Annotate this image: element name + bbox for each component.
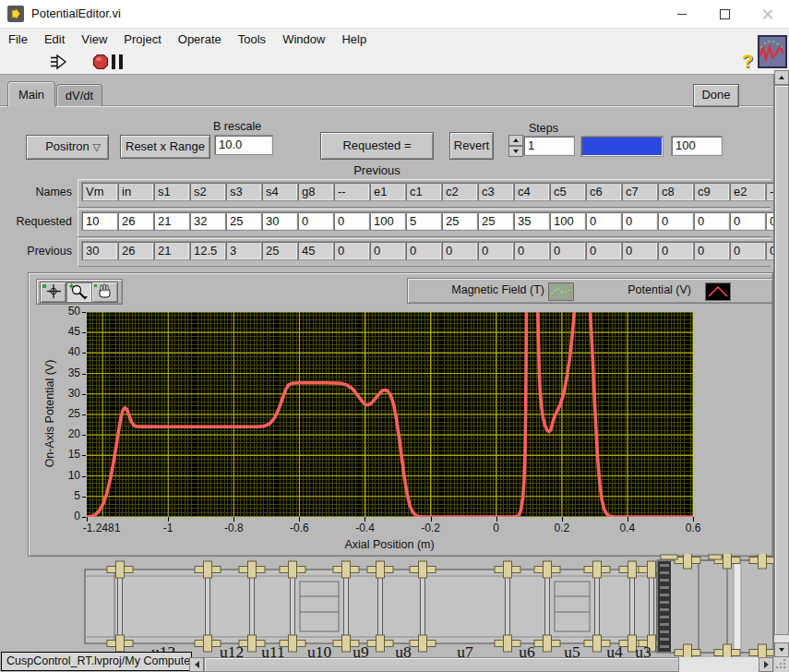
scroll-down-icon[interactable]: [774, 642, 789, 657]
help-button[interactable]: ?: [737, 51, 758, 73]
done-button[interactable]: Done: [693, 84, 739, 107]
names-field-12[interactable]: c4: [513, 182, 550, 201]
names-field-14[interactable]: c6: [585, 182, 622, 201]
steps-field[interactable]: 1: [523, 136, 575, 156]
horizontal-scroll-thumb[interactable]: [204, 657, 679, 672]
resize-grip[interactable]: [774, 657, 789, 672]
menu-item-file[interactable]: File: [0, 32, 36, 46]
max-steps-field[interactable]: 100: [671, 136, 723, 156]
names-field-18[interactable]: e2: [729, 182, 766, 201]
names-field-10[interactable]: c2: [441, 182, 478, 201]
req-field-9[interactable]: 5: [405, 211, 442, 231]
tab-dvdt[interactable]: dV/dt: [56, 84, 102, 106]
spinner-down-icon[interactable]: [508, 146, 523, 157]
names-field-8[interactable]: e1: [369, 182, 406, 201]
legend-sample-potential[interactable]: [705, 282, 731, 301]
vi-panel-icon[interactable]: [758, 35, 787, 68]
names-field-4[interactable]: s3: [225, 182, 262, 201]
electrode-label-u6: u6: [519, 642, 535, 657]
y-tick-40: 40: [53, 345, 80, 358]
app-window: PotentialEditor.vi FileEditViewProjectOp…: [0, 0, 789, 672]
req-field-13[interactable]: 100: [549, 211, 586, 231]
names-field-0[interactable]: Vm: [81, 182, 118, 201]
vertical-scrollbar[interactable]: [774, 70, 789, 657]
names-field-7[interactable]: --: [333, 182, 370, 201]
names-field-16[interactable]: c8: [657, 182, 694, 201]
steps-spinner[interactable]: [508, 135, 523, 157]
menu-item-view[interactable]: View: [73, 32, 115, 46]
req-field-3[interactable]: 32: [189, 211, 226, 231]
y-tick-10: 10: [53, 469, 80, 482]
b-rescale-field[interactable]: 10.0: [214, 135, 273, 155]
spinner-up-icon[interactable]: [508, 135, 523, 146]
pan-tool-button[interactable]: [91, 282, 118, 303]
x-tick-mark: [562, 517, 563, 522]
horizontal-scrollbar[interactable]: [189, 657, 773, 672]
req-field-4[interactable]: 25: [225, 211, 262, 231]
zoom-tool-button[interactable]: [66, 282, 92, 303]
electrode-label-u3: u3: [635, 642, 652, 657]
y-tick-mark: [82, 476, 86, 477]
menu-item-project[interactable]: Project: [115, 32, 169, 46]
run-button[interactable]: [50, 54, 68, 70]
reset-x-range-button[interactable]: Reset x Range: [120, 135, 210, 159]
req-field-15[interactable]: 0: [621, 211, 658, 231]
prev-field-6: 45: [297, 241, 334, 260]
req-field-6[interactable]: 0: [297, 211, 334, 231]
names-field-2[interactable]: s1: [153, 182, 190, 201]
status-bar: CuspControl_RT.lvproj/My Computer: [1, 652, 192, 671]
names-field-1[interactable]: in: [117, 182, 154, 201]
names-field-5[interactable]: s4: [261, 182, 298, 201]
requested-row: 102621322530001005252535100000000: [81, 211, 774, 233]
req-field-17[interactable]: 0: [693, 211, 730, 231]
names-field-9[interactable]: c1: [405, 182, 442, 201]
menu-item-edit[interactable]: Edit: [36, 32, 73, 46]
names-field-13[interactable]: c5: [549, 182, 586, 201]
req-field-1[interactable]: 26: [117, 211, 154, 231]
vertical-scroll-thumb[interactable]: [774, 85, 789, 635]
req-field-2[interactable]: 21: [153, 211, 190, 231]
x-tick-mark: [431, 517, 432, 522]
req-field-14[interactable]: 0: [585, 211, 622, 231]
names-field-17[interactable]: c9: [693, 182, 730, 201]
tab-main[interactable]: Main: [7, 81, 55, 107]
req-field-12[interactable]: 35: [513, 211, 550, 231]
req-field-10[interactable]: 25: [441, 211, 478, 231]
req-field-11[interactable]: 25: [477, 211, 514, 231]
scroll-up-icon[interactable]: [774, 70, 789, 85]
req-field-18[interactable]: 0: [729, 211, 766, 231]
x-tick-mark: [693, 517, 694, 522]
graph-legend: Magnetic Field (T) Potential (V): [407, 278, 773, 304]
particle-type-dropdown[interactable]: Positron ▽: [26, 135, 109, 160]
plot-area[interactable]: [87, 312, 693, 517]
req-field-8[interactable]: 100: [369, 211, 406, 231]
scroll-left-icon[interactable]: [189, 657, 204, 672]
x-tick-0: 0: [469, 522, 524, 534]
requested-equals-previous-button[interactable]: Requested = Previous: [320, 132, 434, 160]
menu-item-window[interactable]: Window: [274, 32, 333, 46]
prev-field-5: 25: [261, 241, 298, 260]
y-tick-mark: [82, 497, 86, 498]
stop-button[interactable]: [92, 54, 109, 70]
menu-item-operate[interactable]: Operate: [170, 32, 230, 46]
names-field-11[interactable]: c3: [477, 182, 514, 201]
req-field-16[interactable]: 0: [657, 211, 694, 231]
req-field-7[interactable]: 0: [333, 211, 370, 231]
menu-item-help[interactable]: Help: [333, 32, 375, 46]
maximize-button[interactable]: [703, 0, 746, 28]
pause-button[interactable]: [112, 54, 125, 69]
cursor-tool-button[interactable]: [40, 282, 66, 303]
scroll-right-icon[interactable]: [759, 657, 773, 672]
revert-button[interactable]: Revert: [449, 132, 494, 160]
names-field-3[interactable]: s2: [189, 182, 226, 201]
names-field-15[interactable]: c7: [621, 182, 658, 201]
menu-item-tools[interactable]: Tools: [230, 32, 274, 46]
legend-sample-magnetic-field[interactable]: [548, 282, 574, 301]
req-field-5[interactable]: 30: [261, 211, 298, 231]
minimize-button[interactable]: [661, 0, 703, 28]
electrode-label-u7: u7: [457, 642, 473, 657]
y-tick-35: 35: [53, 366, 80, 379]
req-field-0[interactable]: 10: [81, 211, 118, 231]
names-field-6[interactable]: g8: [297, 182, 334, 201]
close-button[interactable]: [746, 0, 788, 28]
